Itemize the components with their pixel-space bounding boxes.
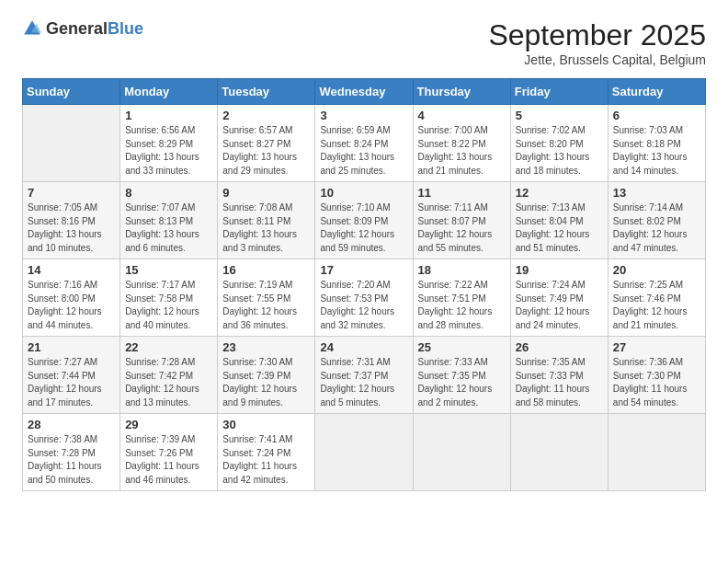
calendar-cell: 14Sunrise: 7:16 AMSunset: 8:00 PMDayligh… xyxy=(23,259,120,337)
day-info: Sunrise: 7:02 AMSunset: 8:20 PMDaylight:… xyxy=(516,124,603,178)
day-number: 13 xyxy=(613,186,700,200)
day-info: Sunrise: 7:38 AMSunset: 7:28 PMDaylight:… xyxy=(28,433,115,487)
day-info: Sunrise: 6:56 AMSunset: 8:29 PMDaylight:… xyxy=(125,124,212,178)
day-number: 26 xyxy=(516,340,603,354)
day-number: 3 xyxy=(320,109,407,122)
header-tuesday: Tuesday xyxy=(218,79,315,105)
day-info: Sunrise: 7:27 AMSunset: 7:44 PMDaylight:… xyxy=(28,356,115,409)
calendar-cell xyxy=(608,414,705,491)
day-info: Sunrise: 7:28 AMSunset: 7:42 PMDaylight:… xyxy=(125,356,212,409)
day-number: 19 xyxy=(516,263,603,277)
day-number: 29 xyxy=(125,418,212,431)
day-info: Sunrise: 7:24 AMSunset: 7:49 PMDaylight:… xyxy=(516,279,603,332)
day-info: Sunrise: 7:13 AMSunset: 8:04 PMDaylight:… xyxy=(516,201,603,255)
day-number: 28 xyxy=(28,418,115,431)
page-header: GeneralBlue September 2025 Jette, Brusse… xyxy=(22,18,706,67)
calendar-cell: 30Sunrise: 7:41 AMSunset: 7:24 PMDayligh… xyxy=(218,414,315,491)
day-number: 11 xyxy=(418,186,506,200)
day-info: Sunrise: 6:57 AMSunset: 8:27 PMDaylight:… xyxy=(222,124,310,178)
calendar-cell: 27Sunrise: 7:36 AMSunset: 7:30 PMDayligh… xyxy=(608,337,705,414)
day-info: Sunrise: 7:19 AMSunset: 7:55 PMDaylight:… xyxy=(222,279,310,332)
day-info: Sunrise: 7:20 AMSunset: 7:53 PMDaylight:… xyxy=(320,279,407,332)
calendar-cell xyxy=(413,414,510,491)
day-info: Sunrise: 7:30 AMSunset: 7:39 PMDaylight:… xyxy=(222,356,310,409)
day-info: Sunrise: 7:05 AMSunset: 8:16 PMDaylight:… xyxy=(28,201,115,255)
calendar-cell: 26Sunrise: 7:35 AMSunset: 7:33 PMDayligh… xyxy=(510,337,608,414)
location: Jette, Brussels Capital, Belgium xyxy=(488,52,706,67)
day-info: Sunrise: 7:16 AMSunset: 8:00 PMDaylight:… xyxy=(28,279,115,332)
calendar-cell: 22Sunrise: 7:28 AMSunset: 7:42 PMDayligh… xyxy=(120,337,218,414)
logo-general: General xyxy=(46,19,108,38)
calendar-cell: 13Sunrise: 7:14 AMSunset: 8:02 PMDayligh… xyxy=(608,182,705,259)
header-wednesday: Wednesday xyxy=(315,79,413,105)
day-number: 7 xyxy=(28,186,115,200)
calendar-cell: 1Sunrise: 6:56 AMSunset: 8:29 PMDaylight… xyxy=(120,105,218,182)
calendar-cell: 11Sunrise: 7:11 AMSunset: 8:07 PMDayligh… xyxy=(413,182,510,259)
calendar-cell xyxy=(510,414,608,491)
calendar-cell: 4Sunrise: 7:00 AMSunset: 8:22 PMDaylight… xyxy=(413,105,510,182)
header-friday: Friday xyxy=(510,79,608,105)
calendar-cell: 8Sunrise: 7:07 AMSunset: 8:13 PMDaylight… xyxy=(120,182,218,259)
day-number: 23 xyxy=(222,340,310,354)
day-number: 24 xyxy=(320,340,407,354)
logo-blue: Blue xyxy=(108,19,143,38)
calendar-week-0: 1Sunrise: 6:56 AMSunset: 8:29 PMDaylight… xyxy=(23,105,706,182)
day-info: Sunrise: 7:22 AMSunset: 7:51 PMDaylight:… xyxy=(418,279,506,332)
day-info: Sunrise: 7:08 AMSunset: 8:11 PMDaylight:… xyxy=(222,201,310,255)
calendar-cell: 24Sunrise: 7:31 AMSunset: 7:37 PMDayligh… xyxy=(315,337,413,414)
calendar-cell: 9Sunrise: 7:08 AMSunset: 8:11 PMDaylight… xyxy=(218,182,315,259)
calendar-table: SundayMondayTuesdayWednesdayThursdayFrid… xyxy=(22,78,706,491)
header-sunday: Sunday xyxy=(23,79,120,105)
day-number: 22 xyxy=(125,340,212,354)
day-info: Sunrise: 7:14 AMSunset: 8:02 PMDaylight:… xyxy=(613,201,700,255)
calendar-header-row: SundayMondayTuesdayWednesdayThursdayFrid… xyxy=(23,79,706,105)
day-info: Sunrise: 7:17 AMSunset: 7:58 PMDaylight:… xyxy=(125,279,212,332)
day-number: 18 xyxy=(418,263,506,277)
calendar-cell: 25Sunrise: 7:33 AMSunset: 7:35 PMDayligh… xyxy=(413,337,510,414)
day-number: 8 xyxy=(125,186,212,200)
calendar-week-1: 7Sunrise: 7:05 AMSunset: 8:16 PMDaylight… xyxy=(23,182,706,259)
calendar-cell: 2Sunrise: 6:57 AMSunset: 8:27 PMDaylight… xyxy=(218,105,315,182)
day-info: Sunrise: 7:00 AMSunset: 8:22 PMDaylight:… xyxy=(418,124,506,178)
header-thursday: Thursday xyxy=(413,79,510,105)
day-info: Sunrise: 7:07 AMSunset: 8:13 PMDaylight:… xyxy=(125,201,212,255)
calendar-cell: 21Sunrise: 7:27 AMSunset: 7:44 PMDayligh… xyxy=(23,337,120,414)
calendar-cell: 12Sunrise: 7:13 AMSunset: 8:04 PMDayligh… xyxy=(510,182,608,259)
calendar-body: 1Sunrise: 6:56 AMSunset: 8:29 PMDaylight… xyxy=(23,105,706,491)
calendar-cell: 10Sunrise: 7:10 AMSunset: 8:09 PMDayligh… xyxy=(315,182,413,259)
day-number: 16 xyxy=(222,263,310,277)
day-number: 14 xyxy=(28,263,115,277)
logo: GeneralBlue xyxy=(22,18,143,39)
day-info: Sunrise: 7:03 AMSunset: 8:18 PMDaylight:… xyxy=(613,124,700,178)
calendar-week-3: 21Sunrise: 7:27 AMSunset: 7:44 PMDayligh… xyxy=(23,337,706,414)
day-number: 2 xyxy=(222,109,310,122)
calendar-cell: 3Sunrise: 6:59 AMSunset: 8:24 PMDaylight… xyxy=(315,105,413,182)
calendar-week-2: 14Sunrise: 7:16 AMSunset: 8:00 PMDayligh… xyxy=(23,259,706,337)
calendar-cell: 28Sunrise: 7:38 AMSunset: 7:28 PMDayligh… xyxy=(23,414,120,491)
day-info: Sunrise: 7:41 AMSunset: 7:24 PMDaylight:… xyxy=(222,433,310,487)
month-year: September 2025 xyxy=(488,18,706,52)
day-info: Sunrise: 7:33 AMSunset: 7:35 PMDaylight:… xyxy=(418,356,506,409)
calendar-cell: 15Sunrise: 7:17 AMSunset: 7:58 PMDayligh… xyxy=(120,259,218,337)
calendar-cell: 23Sunrise: 7:30 AMSunset: 7:39 PMDayligh… xyxy=(218,337,315,414)
day-info: Sunrise: 7:31 AMSunset: 7:37 PMDaylight:… xyxy=(320,356,407,409)
day-number: 27 xyxy=(613,340,700,354)
day-number: 25 xyxy=(418,340,506,354)
day-number: 5 xyxy=(516,109,603,122)
day-number: 12 xyxy=(516,186,603,200)
calendar-cell xyxy=(315,414,413,491)
calendar-cell: 16Sunrise: 7:19 AMSunset: 7:55 PMDayligh… xyxy=(218,259,315,337)
day-number: 21 xyxy=(28,340,115,354)
day-number: 6 xyxy=(613,109,700,122)
day-number: 10 xyxy=(320,186,407,200)
calendar-cell: 7Sunrise: 7:05 AMSunset: 8:16 PMDaylight… xyxy=(23,182,120,259)
calendar-week-4: 28Sunrise: 7:38 AMSunset: 7:28 PMDayligh… xyxy=(23,414,706,491)
calendar-cell: 29Sunrise: 7:39 AMSunset: 7:26 PMDayligh… xyxy=(120,414,218,491)
calendar-cell: 5Sunrise: 7:02 AMSunset: 8:20 PMDaylight… xyxy=(510,105,608,182)
day-info: Sunrise: 7:36 AMSunset: 7:30 PMDaylight:… xyxy=(613,356,700,409)
day-number: 4 xyxy=(418,109,506,122)
day-number: 17 xyxy=(320,263,407,277)
calendar-cell: 17Sunrise: 7:20 AMSunset: 7:53 PMDayligh… xyxy=(315,259,413,337)
day-number: 1 xyxy=(125,109,212,122)
day-number: 20 xyxy=(613,263,700,277)
